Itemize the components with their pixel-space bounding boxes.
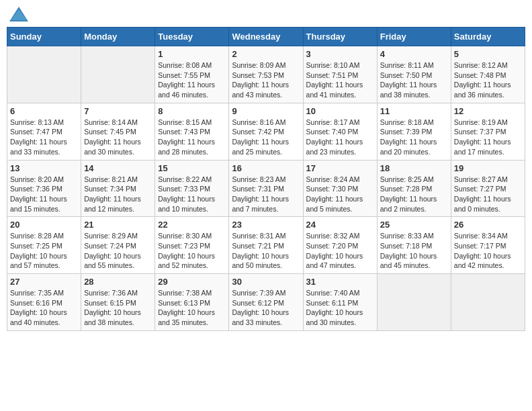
day-info: Sunrise: 8:32 AM Sunset: 7:20 PM Dayligh… bbox=[306, 231, 374, 271]
calendar-cell: 26Sunrise: 8:34 AM Sunset: 7:17 PM Dayli… bbox=[451, 217, 525, 274]
day-number: 18 bbox=[380, 163, 448, 173]
calendar-cell: 16Sunrise: 8:23 AM Sunset: 7:31 PM Dayli… bbox=[229, 160, 303, 217]
day-number: 26 bbox=[454, 220, 522, 230]
calendar-cell: 4Sunrise: 8:11 AM Sunset: 7:50 PM Daylig… bbox=[377, 46, 451, 103]
day-info: Sunrise: 8:25 AM Sunset: 7:28 PM Dayligh… bbox=[380, 175, 448, 214]
calendar-cell bbox=[81, 46, 155, 103]
calendar-cell: 20Sunrise: 8:28 AM Sunset: 7:25 PM Dayli… bbox=[7, 217, 81, 274]
calendar-cell: 3Sunrise: 8:10 AM Sunset: 7:51 PM Daylig… bbox=[303, 46, 377, 103]
day-info: Sunrise: 8:10 AM Sunset: 7:51 PM Dayligh… bbox=[306, 60, 374, 100]
calendar-cell: 11Sunrise: 8:18 AM Sunset: 7:39 PM Dayli… bbox=[377, 103, 451, 160]
calendar-cell: 29Sunrise: 7:38 AM Sunset: 6:13 PM Dayli… bbox=[155, 274, 229, 331]
day-info: Sunrise: 8:12 AM Sunset: 7:48 PM Dayligh… bbox=[454, 60, 522, 100]
calendar-cell bbox=[7, 46, 81, 103]
logo-icon bbox=[9, 7, 28, 21]
day-number: 5 bbox=[454, 49, 522, 59]
weekday-header: Saturday bbox=[451, 28, 525, 46]
day-number: 31 bbox=[306, 277, 374, 287]
weekday-header: Wednesday bbox=[229, 28, 303, 46]
calendar-cell: 27Sunrise: 7:35 AM Sunset: 6:16 PM Dayli… bbox=[7, 274, 81, 331]
calendar-table: SundayMondayTuesdayWednesdayThursdayFrid… bbox=[7, 27, 525, 331]
day-info: Sunrise: 8:09 AM Sunset: 7:53 PM Dayligh… bbox=[232, 60, 300, 100]
day-number: 19 bbox=[454, 163, 522, 173]
day-info: Sunrise: 7:39 AM Sunset: 6:12 PM Dayligh… bbox=[232, 288, 300, 328]
day-info: Sunrise: 8:22 AM Sunset: 7:33 PM Dayligh… bbox=[158, 175, 226, 214]
weekday-header: Sunday bbox=[7, 28, 81, 46]
svg-marker-1 bbox=[11, 9, 27, 20]
day-info: Sunrise: 8:18 AM Sunset: 7:39 PM Dayligh… bbox=[380, 118, 448, 157]
weekday-header-row: SundayMondayTuesdayWednesdayThursdayFrid… bbox=[7, 28, 525, 46]
day-info: Sunrise: 8:19 AM Sunset: 7:37 PM Dayligh… bbox=[454, 118, 522, 157]
calendar-cell: 1Sunrise: 8:08 AM Sunset: 7:55 PM Daylig… bbox=[155, 46, 229, 103]
calendar-cell: 17Sunrise: 8:24 AM Sunset: 7:30 PM Dayli… bbox=[303, 160, 377, 217]
day-info: Sunrise: 8:11 AM Sunset: 7:50 PM Dayligh… bbox=[380, 60, 448, 100]
calendar-week-row: 27Sunrise: 7:35 AM Sunset: 6:16 PM Dayli… bbox=[7, 274, 525, 331]
calendar-cell: 25Sunrise: 8:33 AM Sunset: 7:18 PM Dayli… bbox=[377, 217, 451, 274]
calendar-cell: 14Sunrise: 8:21 AM Sunset: 7:34 PM Dayli… bbox=[81, 160, 155, 217]
calendar-cell: 24Sunrise: 8:32 AM Sunset: 7:20 PM Dayli… bbox=[303, 217, 377, 274]
day-number: 23 bbox=[232, 220, 300, 230]
day-number: 10 bbox=[306, 106, 374, 116]
calendar-cell: 2Sunrise: 8:09 AM Sunset: 7:53 PM Daylig… bbox=[229, 46, 303, 103]
day-info: Sunrise: 8:24 AM Sunset: 7:30 PM Dayligh… bbox=[306, 175, 374, 214]
day-number: 4 bbox=[380, 49, 448, 59]
day-number: 21 bbox=[84, 220, 152, 230]
day-number: 28 bbox=[84, 277, 152, 287]
calendar-week-row: 6Sunrise: 8:13 AM Sunset: 7:47 PM Daylig… bbox=[7, 103, 525, 160]
day-number: 25 bbox=[380, 220, 448, 230]
calendar-cell: 21Sunrise: 8:29 AM Sunset: 7:24 PM Dayli… bbox=[81, 217, 155, 274]
calendar-cell: 13Sunrise: 8:20 AM Sunset: 7:36 PM Dayli… bbox=[7, 160, 81, 217]
calendar-cell: 23Sunrise: 8:31 AM Sunset: 7:21 PM Dayli… bbox=[229, 217, 303, 274]
calendar-cell: 19Sunrise: 8:27 AM Sunset: 7:27 PM Dayli… bbox=[451, 160, 525, 217]
calendar-cell: 10Sunrise: 8:17 AM Sunset: 7:40 PM Dayli… bbox=[303, 103, 377, 160]
day-info: Sunrise: 8:28 AM Sunset: 7:25 PM Dayligh… bbox=[10, 231, 78, 271]
calendar-cell bbox=[451, 274, 525, 331]
day-number: 6 bbox=[10, 106, 78, 116]
day-info: Sunrise: 7:36 AM Sunset: 6:15 PM Dayligh… bbox=[84, 288, 152, 328]
calendar-cell: 22Sunrise: 8:30 AM Sunset: 7:23 PM Dayli… bbox=[155, 217, 229, 274]
day-info: Sunrise: 8:27 AM Sunset: 7:27 PM Dayligh… bbox=[454, 175, 522, 214]
calendar-cell: 18Sunrise: 8:25 AM Sunset: 7:28 PM Dayli… bbox=[377, 160, 451, 217]
calendar-cell: 6Sunrise: 8:13 AM Sunset: 7:47 PM Daylig… bbox=[7, 103, 81, 160]
day-number: 8 bbox=[158, 106, 226, 116]
day-number: 7 bbox=[84, 106, 152, 116]
day-info: Sunrise: 8:30 AM Sunset: 7:23 PM Dayligh… bbox=[158, 231, 226, 271]
day-info: Sunrise: 8:20 AM Sunset: 7:36 PM Dayligh… bbox=[10, 175, 78, 214]
day-info: Sunrise: 8:16 AM Sunset: 7:42 PM Dayligh… bbox=[232, 118, 300, 157]
day-info: Sunrise: 8:33 AM Sunset: 7:18 PM Dayligh… bbox=[380, 231, 448, 271]
day-info: Sunrise: 8:08 AM Sunset: 7:55 PM Dayligh… bbox=[158, 60, 226, 100]
day-number: 1 bbox=[158, 49, 226, 59]
day-info: Sunrise: 8:31 AM Sunset: 7:21 PM Dayligh… bbox=[232, 231, 300, 271]
day-number: 30 bbox=[232, 277, 300, 287]
logo bbox=[9, 7, 31, 21]
calendar-cell: 12Sunrise: 8:19 AM Sunset: 7:37 PM Dayli… bbox=[451, 103, 525, 160]
calendar-cell: 8Sunrise: 8:15 AM Sunset: 7:43 PM Daylig… bbox=[155, 103, 229, 160]
calendar-body: 1Sunrise: 8:08 AM Sunset: 7:55 PM Daylig… bbox=[7, 46, 525, 331]
day-info: Sunrise: 8:14 AM Sunset: 7:45 PM Dayligh… bbox=[84, 118, 152, 157]
day-info: Sunrise: 8:23 AM Sunset: 7:31 PM Dayligh… bbox=[232, 175, 300, 214]
day-number: 20 bbox=[10, 220, 78, 230]
day-number: 29 bbox=[158, 277, 226, 287]
calendar-cell: 9Sunrise: 8:16 AM Sunset: 7:42 PM Daylig… bbox=[229, 103, 303, 160]
day-info: Sunrise: 8:17 AM Sunset: 7:40 PM Dayligh… bbox=[306, 118, 374, 157]
weekday-header: Monday bbox=[81, 28, 155, 46]
day-info: Sunrise: 8:13 AM Sunset: 7:47 PM Dayligh… bbox=[10, 118, 78, 157]
day-info: Sunrise: 8:34 AM Sunset: 7:17 PM Dayligh… bbox=[454, 231, 522, 271]
day-number: 12 bbox=[454, 106, 522, 116]
day-number: 16 bbox=[232, 163, 300, 173]
day-info: Sunrise: 8:15 AM Sunset: 7:43 PM Dayligh… bbox=[158, 118, 226, 157]
day-number: 24 bbox=[306, 220, 374, 230]
day-number: 11 bbox=[380, 106, 448, 116]
day-number: 15 bbox=[158, 163, 226, 173]
day-info: Sunrise: 7:38 AM Sunset: 6:13 PM Dayligh… bbox=[158, 288, 226, 328]
day-number: 22 bbox=[158, 220, 226, 230]
calendar-cell: 31Sunrise: 7:40 AM Sunset: 6:11 PM Dayli… bbox=[303, 274, 377, 331]
day-info: Sunrise: 7:35 AM Sunset: 6:16 PM Dayligh… bbox=[10, 288, 78, 328]
day-number: 9 bbox=[232, 106, 300, 116]
day-info: Sunrise: 8:29 AM Sunset: 7:24 PM Dayligh… bbox=[84, 231, 152, 271]
day-number: 3 bbox=[306, 49, 374, 59]
day-number: 2 bbox=[232, 49, 300, 59]
day-number: 14 bbox=[84, 163, 152, 173]
calendar-cell: 28Sunrise: 7:36 AM Sunset: 6:15 PM Dayli… bbox=[81, 274, 155, 331]
day-number: 13 bbox=[10, 163, 78, 173]
